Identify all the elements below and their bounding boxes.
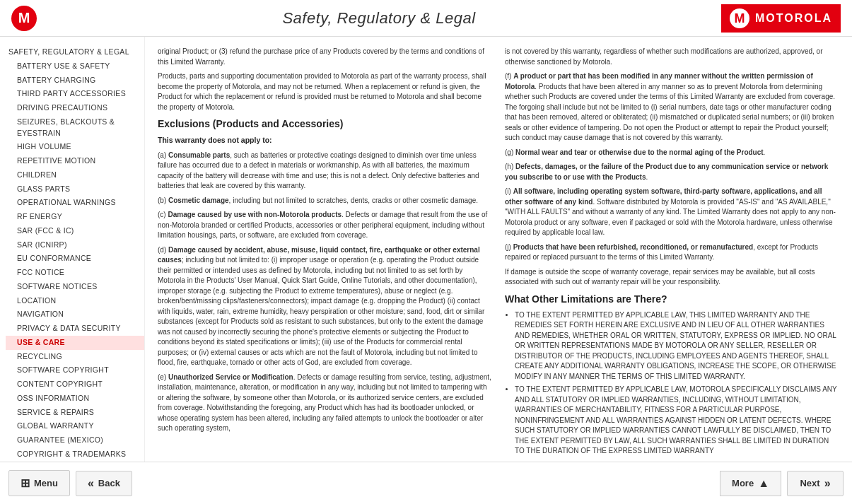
para-i: (i) All software, including operating sy…	[505, 187, 839, 238]
sidebar-item-2[interactable]: BATTERY CHARGING	[6, 74, 144, 88]
para-c: (c) Damage caused by use with non-Motoro…	[158, 210, 492, 241]
sidebar-item-23[interactable]: CONTENT COPYRIGHT	[6, 377, 144, 392]
sidebar-item-4[interactable]: DRIVING PRECAUTIONS	[6, 101, 144, 115]
motorola-brand-text: MOTOROLA	[755, 12, 832, 25]
para-d: (d) Damage caused by accident, abuse, mi…	[158, 245, 492, 368]
exclusions-heading: Exclusions (Products and Accessories)	[158, 117, 492, 131]
sidebar-item-13[interactable]: SAR (ICNIRP)	[6, 238, 144, 252]
sidebar-item-26[interactable]: GLOBAL WARRANTY	[6, 419, 144, 433]
warranty-subheading: This warranty does not apply to:	[158, 135, 492, 146]
sidebar-item-5[interactable]: SEIZURES, BLACKOUTS & EYESTRAIN	[6, 115, 144, 141]
page-title: Safety, Regulatory & Legal	[37, 9, 721, 28]
para-j: (j) Products that have been refurbished,…	[505, 242, 839, 263]
sidebar: SAFETY, REGULATORY & LEGALBATTERY USE & …	[0, 37, 145, 462]
main-content: original Product; or (3) refund the purc…	[145, 37, 852, 462]
next-button[interactable]: Next »	[787, 471, 844, 496]
sidebar-item-9[interactable]: GLASS PARTS	[6, 182, 144, 197]
sidebar-item-22[interactable]: SOFTWARE COPYRIGHT	[6, 363, 144, 377]
next-icon: »	[824, 477, 831, 490]
sidebar-item-1[interactable]: BATTERY USE & SAFETY	[6, 59, 144, 74]
back-label: Back	[98, 478, 120, 488]
sidebar-item-3[interactable]: THIRD PARTY ACCESSORIES	[6, 87, 144, 101]
para-repair: If damage is outside the scope of warran…	[505, 267, 839, 288]
sidebar-item-24[interactable]: OSS INFORMATION	[6, 392, 144, 406]
sidebar-item-14[interactable]: EU CONFORMANCE	[6, 252, 144, 266]
sidebar-item-10[interactable]: OPERATIONAL WARNINGS	[6, 196, 144, 210]
sidebar-item-7[interactable]: REPETITIVE MOTION	[6, 154, 144, 168]
more-button[interactable]: More ▲	[720, 471, 781, 496]
para1-text: Products, parts and supporting documenta…	[158, 71, 492, 112]
motorola-m-icon: M	[730, 8, 749, 28]
menu-button[interactable]: ⊞ Menu	[8, 470, 70, 496]
motorola-brand-badge: M MOTOROLA	[721, 4, 841, 33]
sidebar-item-18[interactable]: NAVIGATION	[6, 307, 144, 322]
para-h: (h) Defects, damages, or the failure of …	[505, 162, 839, 182]
sidebar-item-6[interactable]: HIGH VOLUME	[6, 140, 144, 154]
sidebar-item-15[interactable]: FCC NOTICE	[6, 266, 144, 280]
para-e: (e) Unauthorized Service or Modification…	[158, 373, 492, 434]
two-column-layout: original Product; or (3) refund the purc…	[158, 47, 839, 461]
sidebar-item-11[interactable]: RF ENERGY	[6, 210, 144, 224]
intro-text: original Product; or (3) refund the purc…	[158, 47, 492, 67]
menu-label: Menu	[34, 478, 58, 488]
limitations-heading: What Other Limitations are There?	[505, 292, 839, 306]
sidebar-item-16[interactable]: SOFTWARE NOTICES	[6, 280, 144, 294]
back-button[interactable]: « Back	[76, 471, 132, 496]
menu-icon: ⊞	[21, 476, 30, 490]
right-intro: is not covered by this warranty, regardl…	[505, 47, 839, 67]
sidebar-item-8[interactable]: CHILDREN	[6, 168, 144, 182]
para-g: (g) Normal wear and tear or otherwise du…	[505, 148, 839, 158]
limitation-item-1: TO THE EXTENT PERMITTED BY APPLICABLE LA…	[515, 310, 839, 382]
para-b: (b) Cosmetic damage, including but not l…	[158, 196, 492, 206]
header: M Safety, Regulatory & Legal M MOTOROLA	[0, 0, 852, 37]
right-column: is not covered by this warranty, regardl…	[505, 47, 839, 461]
sidebar-item-20[interactable]: USE & CARE	[6, 336, 144, 350]
sidebar-item-0[interactable]: SAFETY, REGULATORY & LEGAL	[6, 45, 144, 59]
limitation-item-2: TO THE EXTENT PERMITTED BY APPLICABLE LA…	[515, 385, 839, 457]
sidebar-item-19[interactable]: PRIVACY & DATA SECURITY	[6, 322, 144, 336]
sidebar-item-12[interactable]: SAR (FCC & IC)	[6, 224, 144, 238]
more-icon: ▲	[758, 477, 769, 490]
content-area: SAFETY, REGULATORY & LEGALBATTERY USE & …	[0, 37, 852, 462]
footer: ⊞ Menu « Back More ▲ Next »	[0, 462, 852, 504]
sidebar-item-27[interactable]: GUARANTEE (MEXICO)	[6, 433, 144, 447]
motorola-logo-left: M	[11, 6, 37, 31]
sidebar-item-25[interactable]: SERVICE & REPAIRS	[6, 406, 144, 420]
left-column: original Product; or (3) refund the purc…	[158, 47, 492, 461]
para-a: (a) Consumable parts, such as batteries …	[158, 151, 492, 192]
next-label: Next	[800, 478, 819, 488]
limitations-list: TO THE EXTENT PERMITTED BY APPLICABLE LA…	[515, 310, 839, 457]
para-f: (f) A product or part that has been modi…	[505, 71, 839, 143]
back-icon: «	[88, 477, 94, 490]
svg-text:M: M	[734, 11, 745, 25]
sidebar-item-21[interactable]: RECYCLING	[6, 350, 144, 364]
more-label: More	[732, 478, 754, 488]
sidebar-item-28[interactable]: COPYRIGHT & TRADEMARKS	[6, 447, 144, 462]
sidebar-item-17[interactable]: LOCATION	[6, 294, 144, 308]
